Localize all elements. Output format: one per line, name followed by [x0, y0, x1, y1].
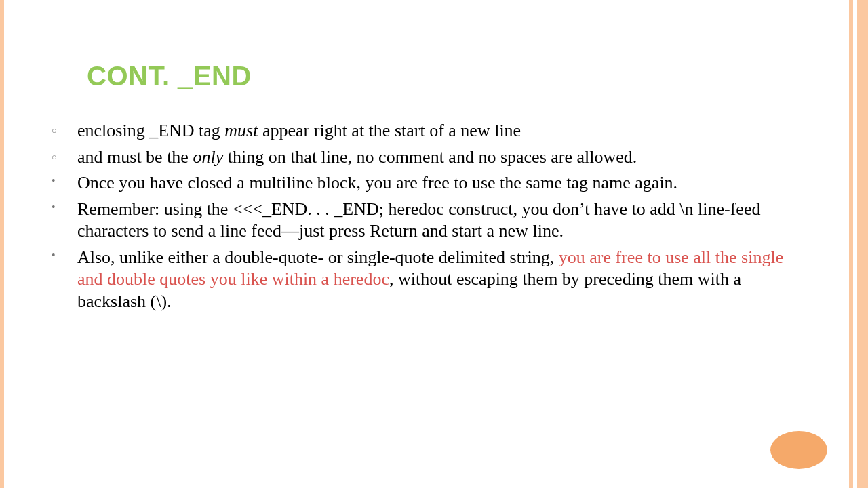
bullet-circle-icon: ○ [47, 120, 77, 136]
list-item: ○enclosing _END tag must appear right at… [47, 120, 788, 142]
list-item-text: enclosing _END tag must appear right at … [77, 120, 788, 142]
bullet-circle-icon: ○ [47, 146, 77, 163]
list-item: •Also, unlike either a double-quote- or … [47, 247, 788, 313]
list-item-text: Remember: using the <<<_END. . . _END; h… [77, 199, 788, 243]
list-item: •Remember: using the <<<_END. . . _END; … [47, 199, 788, 243]
bullet-dot-icon: • [47, 199, 77, 214]
list-item-text: Once you have closed a multiline block, … [77, 172, 788, 195]
bullet-list: ○enclosing _END tag must appear right at… [47, 120, 788, 312]
list-item-text: Also, unlike either a double-quote- or s… [77, 247, 788, 313]
bullet-dot-icon: • [47, 172, 77, 187]
slide-title: CONT. _END [87, 61, 788, 92]
slide-body: CONT. _END ○enclosing _END tag must appe… [0, 0, 849, 488]
list-item-text: and must be the only thing on that line,… [77, 146, 788, 169]
right-edge-gap [853, 0, 857, 488]
bullet-dot-icon: • [47, 247, 77, 262]
list-item: •Once you have closed a multiline block,… [47, 172, 788, 195]
right-edge-bar [849, 0, 868, 488]
list-item: ○and must be the only thing on that line… [47, 146, 788, 169]
decorative-oval [770, 431, 827, 469]
